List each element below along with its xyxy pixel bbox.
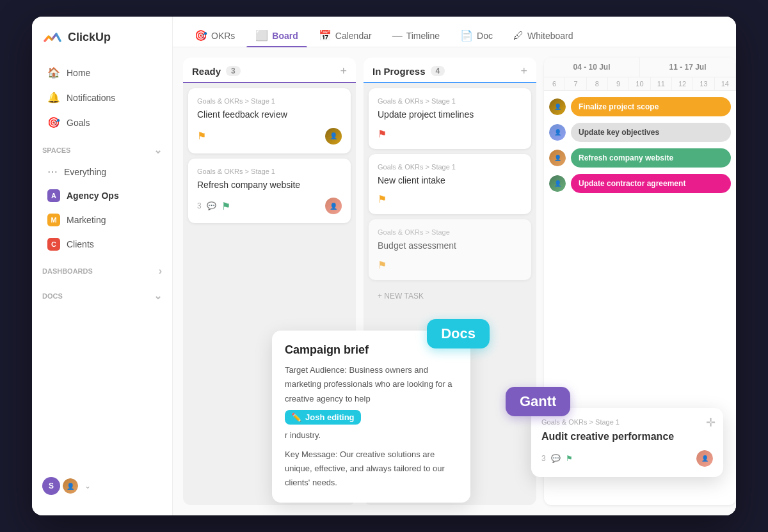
comment-icon: 💬	[551, 454, 561, 463]
timeline-bar-avatar: 👤	[549, 175, 566, 192]
sidebar-bottom: S 👤 ⌄	[32, 467, 172, 505]
tab-doc[interactable]: 📄 Doc	[451, 24, 502, 47]
docs-popup-text-2: r industry.	[285, 428, 458, 442]
inprogress-add-button[interactable]: +	[520, 65, 527, 77]
dashboards-label: Dashboards ›	[32, 256, 172, 281]
bell-icon: 🔔	[47, 91, 60, 104]
sidebar-item-notifications[interactable]: 🔔 Notifications	[37, 86, 167, 109]
pencil-icon: ✏️	[291, 412, 301, 422]
ready-col-header: Ready 3 +	[183, 58, 356, 83]
timeline-day: 8	[587, 77, 608, 90]
timeline-day: 6	[544, 77, 565, 90]
task-footer: ⚑	[378, 193, 522, 205]
user-photo: 👤	[63, 478, 78, 494]
sidebar-item-agency-ops[interactable]: A Agency Ops	[37, 184, 167, 207]
timeline-bar-contractor[interactable]: Update contractor agreement	[571, 174, 731, 193]
inprogress-col-header: In Progress 4 +	[364, 58, 536, 83]
timeline-bar-row: 👤 Update key objectives	[549, 123, 731, 142]
tab-okrs[interactable]: 🎯 OKRs	[186, 24, 244, 47]
doc-tab-icon: 📄	[460, 29, 473, 42]
logo-text: ClickUp	[68, 31, 111, 44]
timeline-week-2: 11 - 17 Jul	[640, 58, 736, 77]
user-menu-chevron[interactable]: ⌄	[84, 481, 91, 490]
timeline-tab-icon: —	[392, 30, 403, 42]
task-avatar: 👤	[325, 198, 342, 214]
timeline-bar-avatar: 👤	[549, 98, 566, 115]
audit-card-avatar: 👤	[696, 450, 713, 467]
timeline-bar-row: 👤 Finalize project scope	[549, 97, 731, 116]
gantt-badge[interactable]: Gantt	[506, 387, 570, 416]
table-row: Goals & OKRs > Stage 1 Client feedback r…	[188, 88, 351, 153]
sidebar-item-goals-label: Goals	[67, 118, 90, 128]
home-icon: 🏠	[47, 66, 60, 79]
main-content: 🎯 OKRs ⬜ Board 📅 Calendar — Timeline 📄 D…	[173, 17, 736, 515]
task-footer: ⚑	[378, 128, 522, 140]
user-avatar-initial: S	[42, 477, 60, 495]
table-row: Goals & OKRs > Stage 1 New client intake…	[369, 154, 531, 215]
timeline-bar-update-objectives[interactable]: Update key objectives	[571, 123, 731, 142]
docs-popup-text-1: Target Audience: Business owners and mar…	[285, 363, 458, 405]
task-title: New client intake	[378, 175, 522, 187]
timeline-bar-row: 👤 Refresh company website	[549, 148, 731, 168]
top-tabs: 🎯 OKRs ⬜ Board 📅 Calendar — Timeline 📄 D…	[173, 17, 736, 47]
move-icon[interactable]: ✛	[706, 416, 716, 430]
docs-badge: Docs	[427, 319, 490, 348]
goals-icon: 🎯	[47, 116, 60, 129]
task-footer: ⚑ 👤	[197, 128, 342, 145]
timeline-day: 9	[608, 77, 629, 90]
task-footer: ⚑	[378, 259, 522, 271]
task-breadcrumb: Goals & OKRs > Stage 1	[197, 97, 342, 105]
sidebar: ClickUp 🏠 Home 🔔 Notifications 🎯 Goals S…	[32, 17, 173, 515]
sidebar-item-goals[interactable]: 🎯 Goals	[37, 111, 167, 134]
task-avatar: 👤	[325, 128, 342, 145]
audit-card-popup: ✛ Goals & OKRs > Stage 1 Audit creative …	[531, 408, 723, 477]
dashboards-chevron-icon[interactable]: ›	[159, 265, 162, 277]
tab-board[interactable]: ⬜ Board	[246, 24, 307, 47]
table-row: Goals & OKRs > Stage Budget assessment ⚑	[369, 219, 531, 280]
timeline-bar-finalize[interactable]: Finalize project scope	[571, 97, 731, 116]
calendar-tab-icon: 📅	[319, 29, 332, 42]
logo: ClickUp	[32, 27, 172, 60]
flag-icon: ⚑	[378, 128, 387, 140]
sidebar-item-clients[interactable]: C Clients	[37, 233, 167, 256]
timeline-day: 12	[672, 77, 693, 90]
task-title: Client feedback review	[197, 109, 342, 121]
sidebar-item-home-label: Home	[67, 68, 90, 78]
timeline-day: 11	[651, 77, 672, 90]
audit-card-breadcrumb: Goals & OKRs > Stage 1	[541, 418, 713, 426]
table-row: Goals & OKRs > Stage 1 Update project ti…	[369, 88, 531, 149]
okrs-tab-icon: 🎯	[195, 29, 207, 42]
user-avatar-photo: 👤	[61, 477, 79, 495]
audit-card-footer: 3 💬 ⚑ 👤	[541, 450, 713, 467]
ready-add-button[interactable]: +	[340, 65, 347, 77]
grid-icon: ⋯	[47, 166, 58, 178]
task-title: Budget assessment	[378, 240, 522, 253]
comment-count: 3	[197, 201, 202, 210]
timeline-bar-avatar: 👤	[549, 150, 566, 166]
editing-badge: ✏️ Josh editing	[285, 410, 361, 425]
spaces-chevron-icon[interactable]: ⌄	[154, 144, 162, 156]
new-task-button[interactable]: + NEW TASK	[369, 285, 531, 307]
table-row: Goals & OKRs > Stage 1 Refresh company w…	[188, 159, 351, 224]
sidebar-item-marketing[interactable]: M Marketing	[37, 208, 167, 231]
board-tab-icon: ⬜	[255, 29, 268, 42]
tab-whiteboard[interactable]: 🖊 Whiteboard	[504, 25, 582, 47]
timeline-day: 10	[629, 77, 650, 90]
flag-icon: ⚑	[378, 193, 387, 205]
timeline-bar-refresh-website[interactable]: Refresh company website	[571, 148, 731, 168]
docs-chevron-icon[interactable]: ⌄	[154, 290, 162, 302]
timeline-days-row: 6 7 8 9 10 11 12 13 14	[544, 77, 736, 91]
sidebar-item-everything[interactable]: ⋯ Everything	[37, 160, 167, 183]
sidebar-item-home[interactable]: 🏠 Home	[37, 61, 167, 84]
flag-icon: ⚑	[197, 130, 206, 142]
tab-timeline[interactable]: — Timeline	[383, 25, 449, 47]
comment-icon: 💬	[207, 201, 216, 210]
tab-calendar[interactable]: 📅 Calendar	[310, 24, 381, 47]
task-breadcrumb: Goals & OKRs > Stage	[378, 228, 522, 236]
inprogress-count-badge: 4	[431, 66, 445, 76]
timeline-bar-avatar: 👤	[549, 124, 566, 141]
whiteboard-tab-icon: 🖊	[513, 30, 524, 42]
task-title: Update project timelines	[378, 109, 522, 121]
timeline-header: 04 - 10 Jul 11 - 17 Jul	[544, 58, 736, 77]
docs-popup-key-message: Key Message: Our creative solutions are …	[285, 448, 458, 490]
